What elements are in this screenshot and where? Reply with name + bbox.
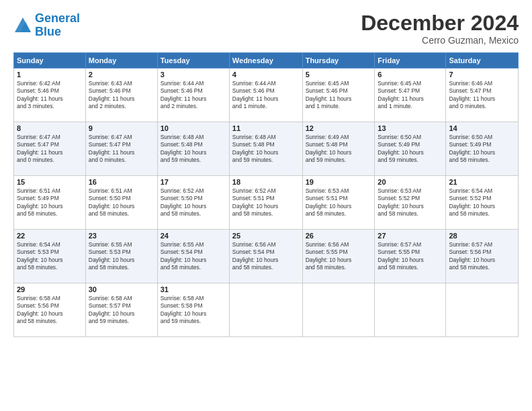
day-info: Sunrise: 6:50 AMSunset: 5:49 PMDaylight:… bbox=[449, 134, 515, 165]
day-number: 17 bbox=[161, 178, 226, 186]
day-number: 30 bbox=[89, 285, 154, 293]
calendar-cell: 22Sunrise: 6:54 AMSunset: 5:53 PMDayligh… bbox=[14, 230, 86, 283]
day-info: Sunrise: 6:53 AMSunset: 5:51 PMDaylight:… bbox=[306, 187, 372, 218]
day-info: Sunrise: 6:44 AMSunset: 5:46 PMDaylight:… bbox=[161, 80, 226, 111]
day-info: Sunrise: 6:56 AMSunset: 5:55 PMDaylight:… bbox=[306, 241, 372, 272]
day-number: 25 bbox=[232, 232, 300, 240]
calendar-cell: 16Sunrise: 6:51 AMSunset: 5:50 PMDayligh… bbox=[85, 176, 157, 230]
calendar-cell: 28Sunrise: 6:57 AMSunset: 5:56 PMDayligh… bbox=[446, 230, 519, 283]
calendar-cell: 6Sunrise: 6:45 AMSunset: 5:47 PMDaylight… bbox=[375, 68, 446, 122]
header: General Blue December 2024 Cerro Guzman,… bbox=[13, 12, 519, 46]
calendar-cell: 14Sunrise: 6:50 AMSunset: 5:49 PMDayligh… bbox=[446, 122, 519, 176]
calendar-cell bbox=[446, 283, 519, 337]
calendar: SundayMondayTuesdayWednesdayThursdayFrid… bbox=[13, 52, 519, 337]
day-info: Sunrise: 6:54 AMSunset: 5:53 PMDaylight:… bbox=[17, 241, 83, 272]
day-info: Sunrise: 6:48 AMSunset: 5:48 PMDaylight:… bbox=[161, 134, 226, 165]
calendar-cell: 12Sunrise: 6:49 AMSunset: 5:48 PMDayligh… bbox=[302, 122, 375, 176]
month-title: December 2024 bbox=[361, 12, 519, 34]
day-info: Sunrise: 6:58 AMSunset: 5:56 PMDaylight:… bbox=[17, 295, 83, 326]
calendar-week-5: 29Sunrise: 6:58 AMSunset: 5:56 PMDayligh… bbox=[14, 283, 519, 337]
calendar-cell: 19Sunrise: 6:53 AMSunset: 5:51 PMDayligh… bbox=[302, 176, 375, 230]
day-info: Sunrise: 6:46 AMSunset: 5:47 PMDaylight:… bbox=[449, 80, 515, 111]
day-number: 7 bbox=[449, 71, 515, 79]
day-info: Sunrise: 6:47 AMSunset: 5:47 PMDaylight:… bbox=[89, 134, 154, 165]
calendar-cell: 7Sunrise: 6:46 AMSunset: 5:47 PMDaylight… bbox=[446, 68, 519, 122]
day-info: Sunrise: 6:45 AMSunset: 5:47 PMDaylight:… bbox=[378, 80, 443, 111]
calendar-cell: 15Sunrise: 6:51 AMSunset: 5:49 PMDayligh… bbox=[14, 176, 86, 230]
day-number: 26 bbox=[306, 232, 372, 240]
calendar-cell: 24Sunrise: 6:55 AMSunset: 5:54 PMDayligh… bbox=[157, 230, 229, 283]
day-number: 24 bbox=[161, 232, 226, 240]
calendar-cell: 29Sunrise: 6:58 AMSunset: 5:56 PMDayligh… bbox=[14, 283, 86, 337]
day-number: 2 bbox=[89, 71, 154, 79]
day-header-wednesday: Wednesday bbox=[229, 53, 302, 68]
calendar-cell: 20Sunrise: 6:53 AMSunset: 5:52 PMDayligh… bbox=[375, 176, 446, 230]
subtitle: Cerro Guzman, Mexico bbox=[361, 35, 519, 46]
day-header-sunday: Sunday bbox=[14, 53, 86, 68]
calendar-cell: 25Sunrise: 6:56 AMSunset: 5:54 PMDayligh… bbox=[229, 230, 302, 283]
day-info: Sunrise: 6:48 AMSunset: 5:48 PMDaylight:… bbox=[232, 134, 300, 165]
day-number: 18 bbox=[232, 178, 300, 186]
calendar-cell: 9Sunrise: 6:47 AMSunset: 5:47 PMDaylight… bbox=[85, 122, 157, 176]
day-number: 12 bbox=[306, 124, 372, 132]
day-header-thursday: Thursday bbox=[302, 53, 375, 68]
day-info: Sunrise: 6:53 AMSunset: 5:52 PMDaylight:… bbox=[378, 187, 443, 218]
day-number: 3 bbox=[161, 71, 226, 79]
day-info: Sunrise: 6:51 AMSunset: 5:50 PMDaylight:… bbox=[89, 187, 154, 218]
day-info: Sunrise: 6:42 AMSunset: 5:46 PMDaylight:… bbox=[17, 80, 83, 111]
day-number: 19 bbox=[306, 178, 372, 186]
calendar-week-1: 1Sunrise: 6:42 AMSunset: 5:46 PMDaylight… bbox=[14, 68, 519, 122]
day-info: Sunrise: 6:58 AMSunset: 5:57 PMDaylight:… bbox=[89, 295, 154, 326]
day-number: 13 bbox=[378, 124, 443, 132]
title-area: December 2024 Cerro Guzman, Mexico bbox=[361, 12, 519, 46]
calendar-week-4: 22Sunrise: 6:54 AMSunset: 5:53 PMDayligh… bbox=[14, 230, 519, 283]
calendar-cell: 3Sunrise: 6:44 AMSunset: 5:46 PMDaylight… bbox=[157, 68, 229, 122]
day-info: Sunrise: 6:55 AMSunset: 5:54 PMDaylight:… bbox=[161, 241, 226, 272]
calendar-cell: 17Sunrise: 6:52 AMSunset: 5:50 PMDayligh… bbox=[157, 176, 229, 230]
day-number: 6 bbox=[378, 71, 443, 79]
logo-text: General Blue bbox=[35, 12, 80, 39]
calendar-cell: 21Sunrise: 6:54 AMSunset: 5:52 PMDayligh… bbox=[446, 176, 519, 230]
calendar-cell: 4Sunrise: 6:44 AMSunset: 5:46 PMDaylight… bbox=[229, 68, 302, 122]
calendar-week-3: 15Sunrise: 6:51 AMSunset: 5:49 PMDayligh… bbox=[14, 176, 519, 230]
day-info: Sunrise: 6:51 AMSunset: 5:49 PMDaylight:… bbox=[17, 187, 83, 218]
calendar-cell: 5Sunrise: 6:45 AMSunset: 5:46 PMDaylight… bbox=[302, 68, 375, 122]
calendar-cell: 11Sunrise: 6:48 AMSunset: 5:48 PMDayligh… bbox=[229, 122, 302, 176]
day-number: 14 bbox=[449, 124, 515, 132]
day-info: Sunrise: 6:43 AMSunset: 5:46 PMDaylight:… bbox=[89, 80, 154, 111]
day-number: 5 bbox=[306, 71, 372, 79]
calendar-cell: 8Sunrise: 6:47 AMSunset: 5:47 PMDaylight… bbox=[14, 122, 86, 176]
day-info: Sunrise: 6:44 AMSunset: 5:46 PMDaylight:… bbox=[232, 80, 300, 111]
day-number: 28 bbox=[449, 232, 515, 240]
day-info: Sunrise: 6:52 AMSunset: 5:50 PMDaylight:… bbox=[161, 187, 226, 218]
day-number: 10 bbox=[161, 124, 226, 132]
day-info: Sunrise: 6:52 AMSunset: 5:51 PMDaylight:… bbox=[232, 187, 300, 218]
logo-line1: General bbox=[35, 11, 80, 25]
day-info: Sunrise: 6:57 AMSunset: 5:56 PMDaylight:… bbox=[449, 241, 515, 272]
logo: General Blue bbox=[13, 12, 80, 39]
calendar-cell: 23Sunrise: 6:55 AMSunset: 5:53 PMDayligh… bbox=[85, 230, 157, 283]
day-number: 11 bbox=[232, 124, 300, 132]
day-info: Sunrise: 6:58 AMSunset: 5:58 PMDaylight:… bbox=[161, 295, 226, 326]
day-number: 27 bbox=[378, 232, 443, 240]
day-info: Sunrise: 6:55 AMSunset: 5:53 PMDaylight:… bbox=[89, 241, 154, 272]
day-number: 16 bbox=[89, 178, 154, 186]
day-info: Sunrise: 6:47 AMSunset: 5:47 PMDaylight:… bbox=[17, 134, 83, 165]
calendar-cell: 2Sunrise: 6:43 AMSunset: 5:46 PMDaylight… bbox=[85, 68, 157, 122]
day-number: 23 bbox=[89, 232, 154, 240]
page: General Blue December 2024 Cerro Guzman,… bbox=[0, 0, 532, 411]
day-number: 21 bbox=[449, 178, 515, 186]
calendar-cell: 1Sunrise: 6:42 AMSunset: 5:46 PMDaylight… bbox=[14, 68, 86, 122]
day-number: 1 bbox=[17, 71, 83, 79]
day-info: Sunrise: 6:54 AMSunset: 5:52 PMDaylight:… bbox=[449, 187, 515, 218]
day-number: 8 bbox=[17, 124, 83, 132]
day-info: Sunrise: 6:56 AMSunset: 5:54 PMDaylight:… bbox=[232, 241, 300, 272]
calendar-cell: 18Sunrise: 6:52 AMSunset: 5:51 PMDayligh… bbox=[229, 176, 302, 230]
day-number: 22 bbox=[17, 232, 83, 240]
calendar-cell: 10Sunrise: 6:48 AMSunset: 5:48 PMDayligh… bbox=[157, 122, 229, 176]
calendar-cell: 30Sunrise: 6:58 AMSunset: 5:57 PMDayligh… bbox=[85, 283, 157, 337]
day-number: 9 bbox=[89, 124, 154, 132]
calendar-cell: 26Sunrise: 6:56 AMSunset: 5:55 PMDayligh… bbox=[302, 230, 375, 283]
day-header-tuesday: Tuesday bbox=[157, 53, 229, 68]
logo-line2: Blue bbox=[35, 25, 61, 38]
